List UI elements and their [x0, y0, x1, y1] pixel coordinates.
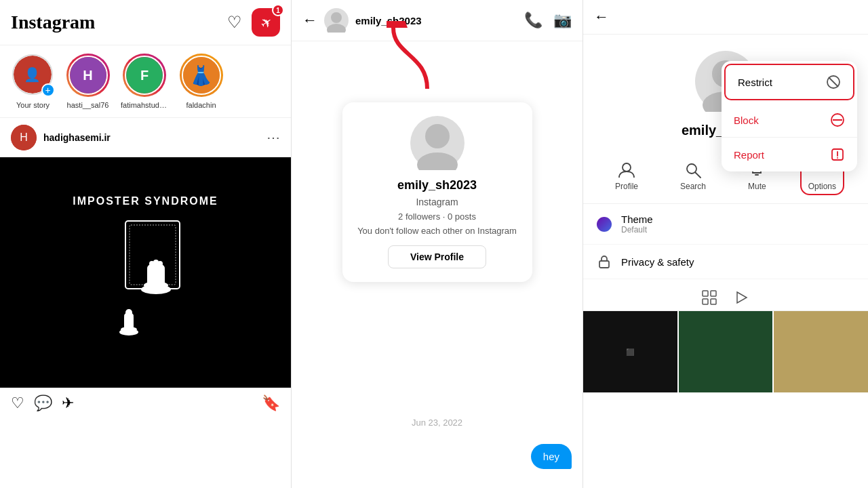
story-item-hasti[interactable]: H hasti__sal76 — [66, 54, 110, 109]
dm-badge: 1 — [272, 4, 284, 16]
profile-grid-tabs — [583, 285, 868, 311]
restrict-option-box: Restrict — [724, 64, 854, 100]
profile-back-arrow[interactable]: ← — [594, 8, 609, 26]
like-icon[interactable]: ♡ — [11, 394, 24, 412]
svg-point-37 — [837, 157, 838, 159]
settings-item-privacy[interactable]: Privacy & safety — [583, 245, 868, 279]
profile-grid-bottom: ⬛ — [583, 311, 868, 392]
lock-icon — [597, 254, 612, 269]
chat-date-label: Jun 23, 2022 — [292, 407, 583, 439]
svg-rect-25 — [599, 261, 609, 268]
svg-point-12 — [125, 309, 132, 316]
report-icon — [830, 147, 845, 162]
block-label: Block — [734, 115, 759, 126]
svg-point-13 — [119, 329, 138, 336]
theme-color-dot — [597, 217, 612, 232]
chat-popup-followers: 2 followers · 0 posts — [398, 211, 476, 222]
profile-icon-label-search: Search — [680, 182, 706, 191]
post-username: hadighasemi.ir — [43, 132, 111, 143]
post-more-icon[interactable]: ⋯ — [267, 129, 280, 146]
theme-sublabel: Default — [621, 225, 653, 235]
chess-illustration — [92, 214, 200, 350]
report-label: Report — [734, 149, 764, 161]
post-user-info: H hadighasemi.ir — [11, 125, 111, 150]
phone-icon[interactable]: 📞 — [524, 12, 542, 29]
instagram-logo: Instagram — [11, 12, 95, 33]
story-label-faldachin: faldachin — [186, 101, 216, 109]
block-option[interactable]: Block — [722, 103, 857, 138]
restrict-option[interactable]: Restrict — [726, 65, 853, 99]
theme-label: Theme — [621, 214, 653, 225]
chat-popup-username: emily_sh2023 — [397, 178, 477, 192]
profile-icon — [618, 161, 635, 179]
feed-header-icons: ♡ 1 — [227, 8, 280, 37]
chat-popup-note: You don't follow each other on Instagram — [357, 226, 517, 236]
story-item-your-story[interactable]: 👤 + Your story — [11, 54, 55, 109]
chat-popup-area: emily_sh2023 Instagram 2 followers · 0 p… — [292, 41, 583, 282]
chat-popup-avatar — [410, 116, 465, 170]
svg-point-21 — [623, 163, 631, 171]
chat-back-arrow[interactable]: ← — [302, 12, 317, 29]
settings-item-theme[interactable]: Theme Default — [583, 204, 868, 245]
profile-icon-label-options: Options — [808, 182, 836, 191]
svg-marker-30 — [737, 292, 747, 303]
post-actions-left: ♡ 💬 ✈ — [11, 394, 74, 412]
restrict-label: Restrict — [738, 77, 772, 88]
story-item-faldachin[interactable]: 👗 faldachin — [179, 54, 223, 109]
stories-row: 👤 + Your story H hasti__sal76 F fatimahs… — [0, 45, 291, 118]
svg-point-17 — [425, 124, 450, 148]
chat-message-row: hey — [292, 439, 583, 488]
restrict-icon — [826, 75, 841, 89]
post-header: H hadighasemi.ir ⋯ — [0, 118, 291, 157]
dropdown-menu: Restrict Block Report — [722, 61, 857, 171]
red-arrow-indicator — [387, 21, 454, 102]
video-icon[interactable]: 📷 — [553, 12, 572, 29]
svg-point-7 — [157, 261, 163, 266]
heart-icon[interactable]: ♡ — [227, 13, 242, 32]
profile-icon-label-mute: Mute — [748, 182, 766, 191]
grid-cell-3 — [774, 311, 868, 392]
svg-line-23 — [695, 173, 701, 178]
dm-button-wrapper: 1 — [252, 8, 280, 37]
privacy-label: Privacy & safety — [621, 256, 694, 268]
profile-icon-label-profile: Profile — [615, 182, 638, 191]
view-profile-button[interactable]: View Profile — [388, 245, 486, 268]
svg-line-32 — [829, 77, 838, 87]
report-option[interactable]: Report — [722, 138, 857, 171]
share-icon[interactable]: ✈ — [62, 394, 74, 412]
grid-cell-2 — [679, 311, 773, 392]
svg-rect-28 — [703, 299, 708, 304]
story-label-hasti: hasti__sal76 — [67, 101, 109, 109]
bookmark-icon[interactable]: 🔖 — [262, 394, 280, 412]
chat-header-icons: 📞 📷 — [524, 12, 572, 29]
chat-popup-subtitle: Instagram — [416, 197, 458, 207]
block-icon — [830, 113, 845, 127]
profile-icon-item-search[interactable]: Search — [672, 157, 714, 195]
video-grid-icon — [734, 290, 749, 305]
story-item-fatimah[interactable]: F fatimahstudent — [121, 54, 168, 109]
chat-popup-card: emily_sh2023 Instagram 2 followers · 0 p… — [342, 102, 532, 282]
chat-content: emily_sh2023 Instagram 2 followers · 0 p… — [292, 41, 583, 488]
post-title-text: IMPOSTER SYNDROME — [73, 195, 218, 207]
your-story-avatar: 👤 + — [12, 54, 55, 97]
search-icon — [684, 161, 702, 179]
chat-message-bubble: hey — [531, 444, 572, 469]
grid-cell-1: ⬛ — [583, 311, 677, 392]
svg-point-18 — [417, 152, 458, 170]
post-actions: ♡ 💬 ✈ 🔖 — [0, 388, 291, 419]
svg-rect-27 — [711, 291, 716, 296]
settings-item-theme-text: Theme Default — [621, 214, 653, 235]
add-story-icon[interactable]: + — [41, 83, 55, 97]
post-avatar: H — [11, 125, 37, 150]
svg-point-15 — [327, 24, 346, 33]
post-image: IMPOSTER SYNDROME — [0, 157, 291, 388]
grid-icon — [702, 290, 717, 305]
story-label-fatimah: fatimahstudent — [121, 101, 168, 109]
profile-icon-item-profile[interactable]: Profile — [607, 157, 646, 195]
story-label-your-story: Your story — [16, 101, 50, 109]
panel-chat: ← emily_sh2023 📞 📷 — [292, 0, 583, 488]
svg-rect-26 — [703, 291, 708, 296]
profile-header: ← — [583, 0, 868, 35]
feed-header: Instagram ♡ 1 — [0, 0, 291, 45]
comment-icon[interactable]: 💬 — [34, 394, 52, 412]
